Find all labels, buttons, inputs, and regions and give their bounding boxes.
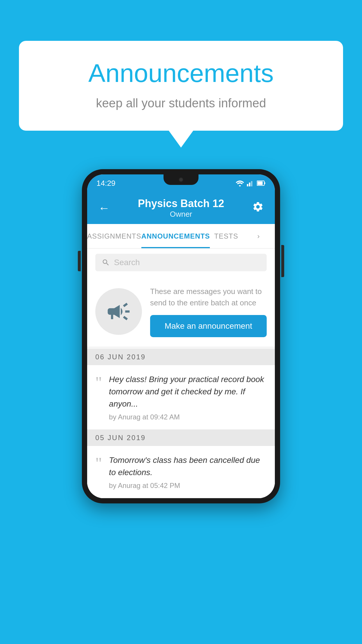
more-tab-label: › [257,232,260,240]
app-bar-title: Physics Batch 12 [113,197,249,210]
battery-icon [257,180,266,186]
search-icon [102,258,110,267]
quote-icon-2: " [95,455,102,490]
svg-rect-1 [249,183,250,186]
date-separator-1: 06 JUN 2019 [87,349,275,365]
back-button[interactable]: ← [95,199,113,218]
announcement-text-1: Hey class! Bring your practical record b… [109,373,267,410]
svg-rect-0 [247,184,248,186]
svg-rect-2 [251,181,252,186]
tab-bar: ASSIGNMENTS ANNOUNCEMENTS TESTS › [87,224,275,249]
status-time: 14:29 [96,179,115,188]
status-bar: 14:29 [87,174,275,192]
announcement-item-2[interactable]: " Tomorrow's class has been cancelled du… [87,446,275,498]
svg-rect-4 [257,181,263,185]
date-separator-2: 05 JUN 2019 [87,430,275,446]
status-icons [236,180,266,186]
tab-announcements[interactable]: ANNOUNCEMENTS [141,224,210,248]
speech-bubble-card: Announcements keep all your students inf… [19,41,343,131]
announcement-meta-2: by Anurag at 05:42 PM [109,482,267,490]
announcement-text-2: Tomorrow's class has been cancelled due … [109,454,267,479]
speech-bubble-title: Announcements [42,58,320,88]
search-placeholder: Search [114,258,140,267]
signal-icon [247,180,254,186]
promo-description: These are messages you want to send to t… [150,286,267,309]
phone-inner-screen: 14:29 [87,174,275,498]
search-input-wrapper[interactable]: Search [95,254,267,271]
phone-outer-shell: 14:29 [82,169,280,503]
speech-bubble-section: Announcements keep all your students inf… [19,41,343,148]
front-camera [179,177,183,182]
megaphone-icon [106,298,132,325]
content-area: Search These are messages you want to se… [87,249,275,498]
svg-rect-5 [264,182,265,184]
app-bar-subtitle: Owner [113,210,249,219]
promo-right: These are messages you want to send to t… [150,286,267,337]
tab-assignments[interactable]: ASSIGNMENTS [87,224,141,248]
announcement-item-1[interactable]: " Hey class! Bring your practical record… [87,365,275,430]
settings-button[interactable] [249,198,267,218]
phone-mockup: 14:29 [82,169,280,503]
tab-tests[interactable]: TESTS [210,224,242,248]
phone-notch [164,174,198,185]
wifi-icon [236,180,244,186]
tab-more[interactable]: › [242,224,275,248]
search-bar-container: Search [87,249,275,276]
announcement-content-2: Tomorrow's class has been cancelled due … [109,454,267,490]
promo-icon-circle [95,288,142,335]
quote-icon-1: " [95,374,102,421]
app-bar: ← Physics Batch 12 Owner [87,192,275,224]
announcement-content-1: Hey class! Bring your practical record b… [109,373,267,421]
announcement-meta-1: by Anurag at 09:42 AM [109,413,267,421]
make-announcement-button[interactable]: Make an announcement [150,315,267,337]
gear-icon [252,201,264,213]
announcement-promo: These are messages you want to send to t… [87,276,275,346]
speech-bubble-subtitle: keep all your students informed [42,96,320,110]
speech-bubble-tail [169,131,193,148]
app-bar-title-section: Physics Batch 12 Owner [113,197,249,219]
